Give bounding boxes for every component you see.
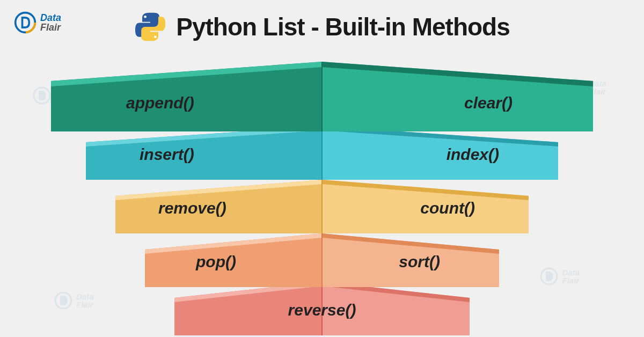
header: Data Flair Python List - Built-in Method… (0, 11, 644, 43)
title-wrap: Python List - Built-in Methods (134, 11, 510, 43)
python-icon (134, 11, 166, 43)
method-label: reverse() (288, 301, 356, 319)
method-label: pop() (196, 253, 236, 271)
method-label: remove() (158, 199, 226, 217)
funnel-row-3: remove() count() (115, 180, 529, 233)
funnel-row-5: reverse() (174, 282, 470, 335)
brand-logo: Data Flair (13, 11, 61, 34)
brand-line1: Data (40, 13, 61, 23)
method-label: count() (420, 199, 475, 217)
funnel-row-2: insert() index() (86, 126, 558, 180)
method-label: clear() (464, 94, 513, 112)
funnel-row-4: pop() sort() (145, 233, 499, 287)
funnel-diagram: reverse() pop() sort() remove() count() (0, 62, 644, 330)
page-title: Python List - Built-in Methods (176, 12, 510, 41)
svg-point-2 (144, 16, 147, 18)
brand-line2: Flair (40, 23, 61, 32)
method-label: append() (126, 94, 194, 112)
method-label: index() (447, 145, 499, 164)
funnel-row-1: append() clear() (51, 62, 593, 115)
method-label: insert() (140, 145, 194, 164)
brand-text: Data Flair (40, 13, 61, 32)
method-label: sort() (399, 253, 440, 271)
dataflair-mark-icon (13, 11, 37, 34)
svg-point-3 (154, 35, 157, 38)
